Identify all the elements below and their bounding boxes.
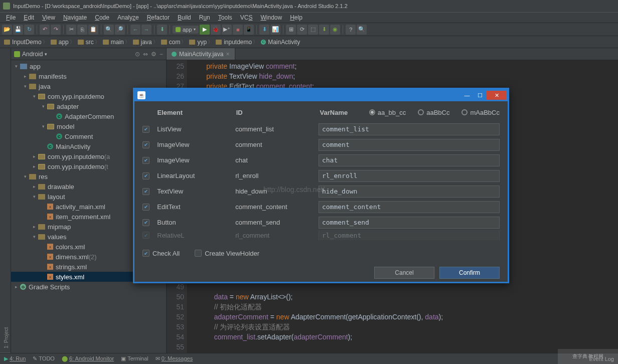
- collapse-icon[interactable]: ⊙: [135, 51, 140, 58]
- expand-icon[interactable]: ⇔: [143, 51, 148, 58]
- run-button[interactable]: ▶: [200, 25, 210, 35]
- crumb[interactable]: CMainActivity: [260, 39, 303, 46]
- tree-item[interactable]: ▸manifests: [11, 71, 166, 81]
- row-checkbox[interactable]: ✔: [142, 141, 149, 148]
- crumb[interactable]: main: [102, 39, 132, 46]
- cancel-button[interactable]: Cancel: [374, 267, 434, 279]
- varname-input[interactable]: [319, 186, 500, 198]
- menu-file[interactable]: File: [2, 13, 20, 22]
- varname-input[interactable]: [319, 170, 500, 182]
- menu-code[interactable]: Code: [91, 13, 113, 22]
- row-checkbox[interactable]: ✔: [142, 188, 149, 195]
- radio-camel-case[interactable]: aaBbCc: [418, 109, 449, 116]
- menu-edit[interactable]: Edit: [20, 13, 38, 22]
- confirm-button[interactable]: Confirm: [439, 267, 500, 279]
- row-checkbox[interactable]: ✔: [142, 126, 149, 133]
- tree-item[interactable]: ▸GGradle Scripts: [11, 282, 166, 292]
- avd-manager-icon[interactable]: ⬚: [308, 25, 318, 35]
- stop-button[interactable]: ■: [233, 25, 243, 35]
- varname-input[interactable]: [319, 154, 500, 166]
- create-viewholder-option[interactable]: Create ViewHolder: [195, 250, 259, 257]
- android-icon[interactable]: ◉: [330, 25, 340, 35]
- menu-window[interactable]: Window: [256, 13, 286, 22]
- copy-icon[interactable]: ⎘: [77, 25, 87, 35]
- menu-build[interactable]: Build: [174, 13, 195, 22]
- editor-tab[interactable]: MainActivity.java ×: [167, 48, 235, 60]
- menu-refactor[interactable]: Refactor: [143, 13, 174, 22]
- varname-input[interactable]: [319, 139, 500, 151]
- open-icon[interactable]: 📂: [2, 25, 12, 35]
- row-element: Button: [157, 219, 235, 226]
- row-checkbox[interactable]: ✔: [142, 232, 149, 239]
- status-run[interactable]: ▶ 4: Run: [4, 355, 26, 362]
- menu-analyze[interactable]: Analyze: [113, 13, 143, 22]
- sdk-button[interactable]: ⬇: [259, 25, 269, 35]
- crumb[interactable]: inputdemo: [215, 39, 260, 46]
- menu-vcs[interactable]: VCS: [236, 13, 257, 22]
- crumb[interactable]: com: [160, 39, 189, 46]
- status-monitor[interactable]: ⬤ 6: Android Monitor: [62, 355, 114, 362]
- attach-button[interactable]: ▶⁺: [222, 25, 232, 35]
- tab-structure[interactable]: 7: Structure: [0, 48, 2, 353]
- find-icon[interactable]: 🔍: [104, 25, 114, 35]
- maximize-icon[interactable]: ☐: [474, 91, 487, 100]
- dialog-titlebar[interactable]: ☕ — ☐ ✕: [134, 89, 508, 101]
- sidebar-title[interactable]: Android: [22, 51, 43, 58]
- debug-button[interactable]: 🐞: [211, 25, 221, 35]
- radio-m-camel-case[interactable]: mAaBbCc: [461, 109, 500, 116]
- structure-icon[interactable]: ⊞: [286, 25, 296, 35]
- forward-icon[interactable]: →: [141, 25, 151, 35]
- row-checkbox[interactable]: ✔: [142, 172, 149, 179]
- tab-project[interactable]: 1: Project: [2, 48, 11, 353]
- check-all-option[interactable]: ✔Check All: [142, 250, 180, 257]
- varname-input[interactable]: [319, 201, 500, 213]
- menu-view[interactable]: View: [38, 13, 59, 22]
- dialog-row: ✔TextViewhide_down: [142, 184, 500, 199]
- menu-navigate[interactable]: Navigate: [59, 13, 91, 22]
- run-config-selector[interactable]: app ▾: [173, 26, 199, 34]
- crumb[interactable]: java: [132, 39, 160, 46]
- row-id: rl_comment: [235, 232, 319, 239]
- sdk-manager-icon[interactable]: ⬇: [319, 25, 329, 35]
- row-id: chat: [235, 156, 319, 164]
- crumb[interactable]: src: [77, 39, 102, 46]
- make-icon[interactable]: ⬇: [157, 25, 167, 35]
- redo-icon[interactable]: ↷: [51, 25, 61, 35]
- save-icon[interactable]: 💾: [13, 25, 23, 35]
- gear-icon[interactable]: ⚙: [151, 51, 157, 58]
- close-tab-icon[interactable]: ×: [226, 51, 229, 58]
- crumb[interactable]: app: [50, 39, 77, 46]
- back-icon[interactable]: ←: [130, 25, 140, 35]
- close-icon[interactable]: ✕: [487, 91, 507, 100]
- row-id: comment_list: [235, 125, 319, 133]
- sync-gradle-icon[interactable]: ⟳: [297, 25, 307, 35]
- avd-button[interactable]: 📱: [244, 25, 254, 35]
- dialog-row: ✔ImageViewcomment: [142, 137, 500, 152]
- menu-help[interactable]: Help: [286, 13, 306, 22]
- radio-snake-case[interactable]: aa_bb_cc: [369, 109, 406, 116]
- replace-icon[interactable]: 🔎: [115, 25, 125, 35]
- hide-icon[interactable]: −: [160, 51, 163, 58]
- menu-tools[interactable]: Tools: [214, 13, 236, 22]
- undo-icon[interactable]: ↶: [40, 25, 50, 35]
- row-checkbox[interactable]: ✔: [142, 204, 149, 211]
- varname-input[interactable]: [319, 230, 500, 240]
- varname-input[interactable]: [319, 123, 500, 135]
- minimize-icon[interactable]: —: [460, 91, 474, 100]
- sync-icon[interactable]: ↻: [24, 25, 34, 35]
- search-everywhere-icon[interactable]: 🔍: [357, 25, 367, 35]
- status-messages[interactable]: ✉ 0: Messages: [156, 355, 193, 362]
- varname-input[interactable]: [319, 217, 500, 229]
- cut-icon[interactable]: ✂: [66, 25, 76, 35]
- help-icon[interactable]: ?: [346, 25, 356, 35]
- row-checkbox[interactable]: ✔: [142, 157, 149, 164]
- paste-icon[interactable]: 📋: [88, 25, 98, 35]
- status-todo[interactable]: ✎ TODO: [33, 355, 54, 362]
- crumb[interactable]: yyp: [188, 39, 215, 46]
- menu-run[interactable]: Run: [195, 13, 214, 22]
- row-checkbox[interactable]: ✔: [142, 219, 149, 226]
- tree-item[interactable]: ▾app: [11, 61, 166, 71]
- crumb[interactable]: InputDemo: [3, 39, 50, 46]
- android-monitor-icon[interactable]: 📊: [270, 25, 280, 35]
- status-terminal[interactable]: ▣ Terminal: [121, 355, 148, 362]
